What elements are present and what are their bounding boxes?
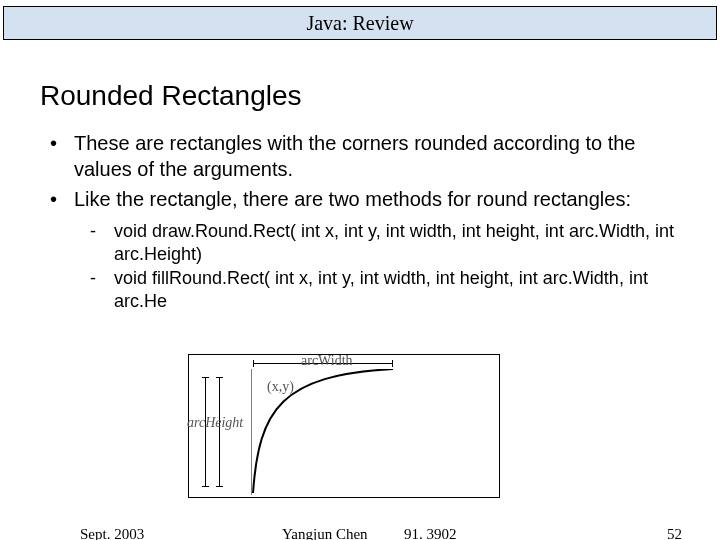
dash-icon: - <box>90 267 114 312</box>
bullet-item: • These are rectangles with the corners … <box>50 130 680 182</box>
bullet-item: • Like the rectangle, there are two meth… <box>50 186 680 212</box>
sub-text: void draw.Round.Rect( int x, int y, int … <box>114 220 680 265</box>
sub-list: - void draw.Round.Rect( int x, int y, in… <box>90 220 680 312</box>
bullet-dot-icon: • <box>50 186 74 212</box>
footer-date: Sept. 2003 <box>80 526 144 540</box>
footer-author: Yangjun Chen <box>282 526 368 540</box>
sub-item: - void fillRound.Rect( int x, int y, int… <box>90 267 680 312</box>
sub-item: - void draw.Round.Rect( int x, int y, in… <box>90 220 680 265</box>
footer-course: 91. 3902 <box>404 526 457 540</box>
arcwidth-label: arcWidth <box>301 353 353 369</box>
corner-curve-icon <box>251 369 491 495</box>
bullet-dot-icon: • <box>50 130 74 182</box>
footer-page-number: 52 <box>667 526 682 540</box>
archeight-label: arcHeight <box>187 415 243 431</box>
rounded-rect-diagram: arcWidth (x,y) arcHeight <box>188 354 500 498</box>
slide-title: Rounded Rectangles <box>40 80 720 112</box>
bullet-text: These are rectangles with the corners ro… <box>74 130 680 182</box>
bullet-list: • These are rectangles with the corners … <box>50 130 680 212</box>
sub-text: void fillRound.Rect( int x, int y, int w… <box>114 267 680 312</box>
slide-header: Java: Review <box>3 6 717 40</box>
bullet-text: Like the rectangle, there are two method… <box>74 186 680 212</box>
dash-icon: - <box>90 220 114 265</box>
